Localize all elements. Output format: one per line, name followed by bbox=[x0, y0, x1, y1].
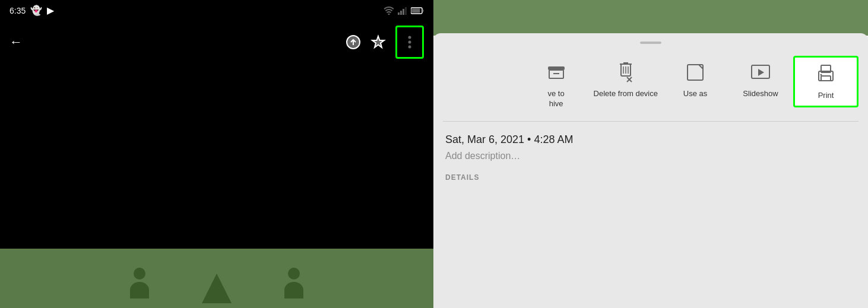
action-print-label: Print bbox=[818, 91, 834, 101]
wifi-icon bbox=[384, 7, 394, 15]
slideshow-icon bbox=[749, 61, 772, 84]
info-section: Sat, Mar 6, 2021 • 4:28 AM Add descripti… bbox=[433, 124, 868, 191]
action-use-as[interactable]: Use as bbox=[663, 56, 728, 104]
battery-icon bbox=[411, 7, 424, 14]
bottom-sheet: ve to hive Delete from dev bbox=[433, 33, 868, 308]
person-icon-left bbox=[125, 268, 154, 303]
actions-row: ve to hive Delete from dev bbox=[433, 51, 868, 119]
signal-icon bbox=[398, 7, 407, 15]
more-menu-button[interactable] bbox=[395, 26, 424, 59]
person-body-2 bbox=[284, 282, 303, 299]
svg-point-32 bbox=[821, 74, 822, 76]
description-placeholder[interactable]: Add description… bbox=[445, 151, 856, 161]
svg-rect-3 bbox=[403, 9, 404, 15]
svg-rect-6 bbox=[412, 8, 420, 12]
action-delete-from-device[interactable]: Delete from device bbox=[589, 56, 663, 104]
back-button[interactable]: ← bbox=[9, 34, 23, 50]
more-dots-icon bbox=[408, 35, 411, 49]
svg-point-13 bbox=[408, 46, 411, 49]
svg-point-0 bbox=[388, 13, 390, 15]
action-slideshow[interactable]: Slideshow bbox=[728, 56, 793, 104]
triangle-icon bbox=[202, 274, 232, 303]
action-slideshow-label: Slideshow bbox=[743, 89, 778, 99]
time-display: 6:35 bbox=[9, 6, 26, 15]
svg-point-11 bbox=[408, 36, 411, 39]
details-label: DETAILS bbox=[445, 173, 856, 182]
top-bar: ← bbox=[0, 21, 433, 63]
action-print[interactable]: Print bbox=[793, 56, 859, 107]
youtube-icon: ▶ bbox=[47, 5, 54, 16]
photo-area bbox=[0, 63, 433, 249]
person-head-2 bbox=[288, 268, 300, 280]
sheet-handle bbox=[640, 42, 661, 44]
person-icon-right bbox=[279, 268, 309, 303]
snapchat-icon: 👻 bbox=[30, 5, 42, 16]
bottom-bar bbox=[0, 249, 433, 308]
action-save-label: ve to hive bbox=[548, 89, 565, 109]
archive-icon bbox=[544, 61, 568, 84]
svg-rect-7 bbox=[423, 9, 424, 12]
svg-point-12 bbox=[408, 41, 411, 44]
delete-device-icon bbox=[614, 61, 638, 84]
action-delete-label: Delete from device bbox=[594, 89, 658, 99]
right-panel: ve to hive Delete from dev bbox=[433, 0, 868, 308]
svg-rect-2 bbox=[400, 11, 402, 15]
svg-marker-10 bbox=[372, 36, 384, 47]
status-right bbox=[384, 7, 424, 15]
top-bar-right bbox=[346, 26, 424, 59]
person-body bbox=[130, 282, 149, 299]
use-as-icon bbox=[683, 61, 707, 84]
action-use-as-label: Use as bbox=[683, 89, 707, 99]
status-left: 6:35 👻 ▶ bbox=[9, 5, 54, 16]
svg-rect-31 bbox=[821, 76, 831, 81]
date-time-display: Sat, Mar 6, 2021 • 4:28 AM bbox=[445, 134, 856, 146]
person-head bbox=[134, 268, 145, 280]
left-panel: 6:35 👻 ▶ bbox=[0, 0, 433, 308]
star-icon[interactable] bbox=[370, 34, 386, 50]
right-top-bar bbox=[433, 0, 868, 36]
svg-rect-1 bbox=[398, 12, 400, 15]
svg-rect-4 bbox=[405, 7, 407, 15]
upload-icon[interactable] bbox=[346, 34, 361, 50]
section-divider bbox=[443, 121, 859, 122]
print-icon bbox=[814, 62, 838, 86]
status-bar: 6:35 👻 ▶ bbox=[0, 0, 433, 21]
svg-marker-28 bbox=[758, 69, 764, 76]
action-save-to-archive[interactable]: ve to hive bbox=[524, 56, 589, 114]
